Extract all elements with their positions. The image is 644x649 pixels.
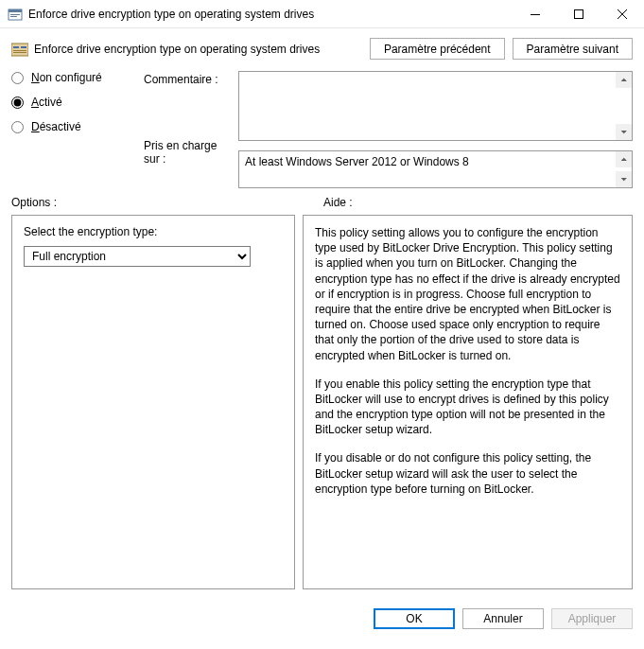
comment-scrollbar[interactable]: ⏶ ⏷ <box>616 72 632 140</box>
maximize-button[interactable] <box>557 0 600 28</box>
help-paragraph: If you disable or do not configure this … <box>315 450 620 497</box>
scroll-up-icon[interactable]: ⏶ <box>616 72 632 88</box>
close-button[interactable] <box>600 0 644 28</box>
svg-rect-9 <box>13 46 19 48</box>
options-section-label: Options : <box>11 196 314 209</box>
supported-label: Pris en charge sur : <box>144 139 229 166</box>
policy-icon <box>8 7 23 22</box>
radio-disabled[interactable] <box>11 121 24 133</box>
scroll-up-icon[interactable]: ⏶ <box>616 151 632 167</box>
svg-rect-5 <box>575 9 583 18</box>
minimize-button[interactable] <box>513 0 557 28</box>
comment-label: Commentaire : <box>144 73 229 86</box>
svg-rect-1 <box>9 9 22 12</box>
help-paragraph: This policy setting allows you to config… <box>315 225 620 363</box>
window-controls <box>513 0 644 28</box>
svg-rect-3 <box>10 16 17 17</box>
scroll-down-icon[interactable]: ⏷ <box>616 124 632 140</box>
cancel-button[interactable]: Annuler <box>462 608 544 629</box>
window-title: Enforce drive encryption type on operati… <box>28 8 513 21</box>
titlebar: Enforce drive encryption type on operati… <box>0 0 644 28</box>
header-title: Enforce drive encryption type on operati… <box>34 43 362 56</box>
ok-button[interactable]: OK <box>374 608 455 629</box>
svg-rect-12 <box>13 52 26 53</box>
previous-setting-button[interactable]: Paramètre précédent <box>370 38 505 60</box>
radio-not-configured-label[interactable]: Non configuré <box>31 71 102 84</box>
apply-button[interactable]: Appliquer <box>551 608 633 629</box>
encryption-type-select[interactable]: Full encryption <box>24 246 251 267</box>
help-section-label: Aide : <box>314 196 633 209</box>
svg-rect-4 <box>531 14 540 15</box>
radio-enabled-label[interactable]: Activé <box>31 96 62 109</box>
supported-on-box: At least Windows Server 2012 or Windows … <box>238 150 633 188</box>
svg-rect-8 <box>11 44 28 56</box>
encryption-type-label: Select the encryption type: <box>24 225 283 238</box>
svg-rect-2 <box>10 14 20 15</box>
next-setting-button[interactable]: Paramètre suivant <box>513 38 633 60</box>
radio-disabled-label[interactable]: Désactivé <box>31 120 81 133</box>
svg-rect-10 <box>21 46 26 48</box>
header-row: Enforce drive encryption type on operati… <box>11 38 633 60</box>
radio-enabled[interactable] <box>11 96 24 109</box>
svg-rect-11 <box>13 50 26 51</box>
dialog-footer: OK Annuler Appliquer <box>0 599 644 639</box>
help-panel: This policy setting allows you to config… <box>303 215 633 589</box>
comment-textarea[interactable] <box>238 71 633 141</box>
options-panel: Select the encryption type: Full encrypt… <box>11 215 295 589</box>
help-paragraph: If you enable this policy setting the en… <box>315 377 620 438</box>
policy-small-icon <box>11 42 28 57</box>
supported-scrollbar[interactable]: ⏶ ⏷ <box>616 151 632 187</box>
state-radio-group: Non configuré Activé Désactivé <box>11 71 134 145</box>
radio-not-configured[interactable] <box>11 72 24 84</box>
scroll-down-icon[interactable]: ⏷ <box>616 171 632 187</box>
